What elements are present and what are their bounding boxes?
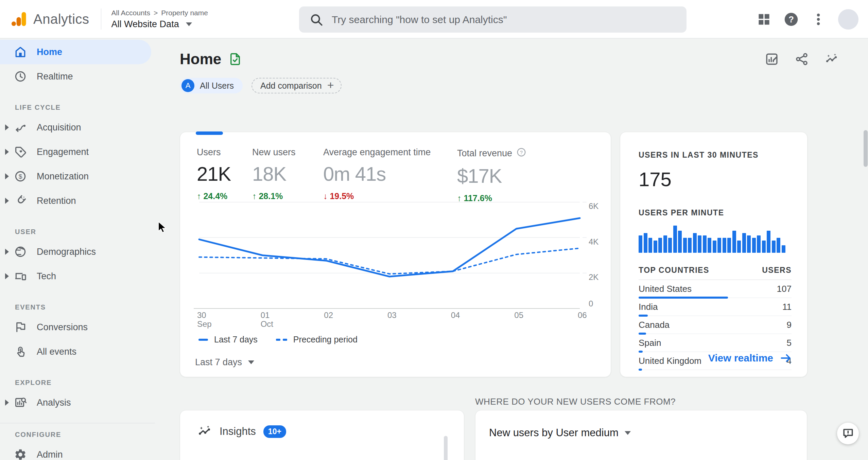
per-minute-bar xyxy=(693,233,697,253)
per-minute-bar xyxy=(648,238,652,253)
analytics-logo[interactable]: Analytics xyxy=(10,10,89,28)
sidebar-item-admin[interactable]: Admin xyxy=(0,442,151,460)
per-minute-bar xyxy=(708,238,711,253)
sidebar-item-all-events[interactable]: All events xyxy=(0,339,151,364)
country-row: United States107 xyxy=(639,280,792,298)
per-minute-bar xyxy=(644,233,647,253)
sidebar-nav: HomeRealtimeLIFE CYCLEAcquisitionEngagem… xyxy=(0,38,155,460)
user-avatar[interactable] xyxy=(838,9,858,30)
segment-chip-all-users[interactable]: A All Users xyxy=(180,78,243,93)
expand-arrow-icon[interactable] xyxy=(0,173,14,179)
legend-label-last7: Last 7 days xyxy=(214,335,258,344)
sidebar-item-label: Conversions xyxy=(37,322,88,333)
country-name: Spain xyxy=(639,338,661,348)
sidebar-item-engagement[interactable]: Engagement xyxy=(0,140,151,164)
sidebar-item-tech[interactable]: Tech xyxy=(0,264,151,288)
search-icon xyxy=(309,13,324,27)
chart-dimension-label: New users by User medium xyxy=(489,427,619,439)
chevron-down-icon xyxy=(186,22,192,26)
customize-report-icon[interactable] xyxy=(765,52,779,66)
sidebar-item-analysis[interactable]: Analysis xyxy=(0,390,151,415)
per-minute-bar xyxy=(663,235,667,253)
chevron-down-icon xyxy=(248,360,254,364)
question-circle-icon[interactable]: ? xyxy=(516,147,526,160)
sidebar-item-label: Home xyxy=(37,47,62,57)
realtime-users-count: 175 xyxy=(639,168,792,191)
help-icon[interactable]: ? xyxy=(784,12,799,27)
svg-text:02: 02 xyxy=(324,311,333,320)
per-minute-bar xyxy=(742,233,746,253)
per-minute-bar xyxy=(782,245,785,253)
expand-arrow-icon[interactable] xyxy=(0,124,14,130)
chart-dimension-selector[interactable]: New users by User medium xyxy=(489,427,807,439)
svg-text:05: 05 xyxy=(514,311,523,320)
country-row: India11 xyxy=(639,298,792,316)
legend-swatch-dashed xyxy=(276,339,287,341)
metric-value: 21K xyxy=(197,162,231,185)
per-minute-bar xyxy=(717,238,721,253)
metric-label: Users xyxy=(197,147,231,158)
svg-text:$: $ xyxy=(19,173,22,180)
users-trend-chart: 02K4K6K30Sep01Oct0203040506 xyxy=(180,197,611,329)
clock-icon xyxy=(14,70,27,83)
legend-swatch-solid xyxy=(198,339,208,341)
global-search[interactable] xyxy=(299,6,687,33)
sidebar-item-monetization[interactable]: $Monetization xyxy=(0,164,151,189)
add-comparison-label: Add comparison xyxy=(260,81,322,91)
nav-section-events: EVENTSConversionsAll events xyxy=(0,299,155,364)
sidebar-item-conversions[interactable]: Conversions xyxy=(0,315,151,339)
sidebar-item-retention[interactable]: Retention xyxy=(0,189,151,213)
svg-text:30: 30 xyxy=(197,311,206,320)
svg-text:Oct: Oct xyxy=(261,319,274,329)
sidebar-item-realtime[interactable]: Realtime xyxy=(0,64,151,89)
country-name: United States xyxy=(639,284,692,294)
view-realtime-link[interactable]: View realtime xyxy=(708,352,792,365)
country-name: India xyxy=(639,302,658,312)
chevron-down-icon xyxy=(625,431,631,435)
insights-sparkline-icon[interactable] xyxy=(824,52,839,66)
insights-title: Insights xyxy=(220,425,256,438)
retention-magnet-icon xyxy=(14,194,27,207)
date-range-selector[interactable]: Last 7 days xyxy=(195,357,254,368)
add-comparison-button[interactable]: Add comparison + xyxy=(251,78,342,93)
sidebar-item-acquisition[interactable]: Acquisition xyxy=(0,115,151,140)
feedback-button[interactable] xyxy=(837,423,859,444)
globe-icon xyxy=(14,245,27,258)
expand-arrow-icon[interactable] xyxy=(0,273,14,279)
account-breadcrumb[interactable]: All Accounts > Property name All Website… xyxy=(111,9,208,30)
realtime-title: USERS IN LAST 30 MINUTES xyxy=(639,151,792,160)
users-header: USERS xyxy=(762,266,792,275)
sidebar-item-label: Analysis xyxy=(37,397,71,408)
per-minute-bar xyxy=(747,235,751,253)
share-icon[interactable] xyxy=(795,52,809,66)
expand-arrow-icon[interactable] xyxy=(0,400,14,406)
per-minute-bar xyxy=(673,226,677,253)
per-minute-bar xyxy=(713,241,716,253)
expand-arrow-icon[interactable] xyxy=(0,249,14,255)
sidebar-item-home[interactable]: Home xyxy=(0,40,151,64)
more-vert-icon[interactable] xyxy=(811,12,826,27)
expand-arrow-icon[interactable] xyxy=(0,198,14,204)
countries-header: TOP COUNTRIES xyxy=(639,266,709,275)
svg-text:04: 04 xyxy=(451,311,460,320)
insights-header: Insights 10+ xyxy=(197,424,464,439)
analytics-logo-icon xyxy=(10,10,28,28)
segment-avatar: A xyxy=(181,79,194,92)
sidebar-item-label: Demographics xyxy=(37,247,96,257)
metric-label: Average engagement time xyxy=(323,147,431,158)
apps-grid-icon[interactable] xyxy=(757,12,771,27)
users-per-minute-label: USERS PER MINUTE xyxy=(639,208,792,217)
per-minute-bar xyxy=(683,238,687,253)
realtime-card: USERS IN LAST 30 MINUTES 175 USERS PER M… xyxy=(620,132,808,377)
sidebar-item-demographics[interactable]: Demographics xyxy=(0,240,151,264)
sidebar-item-label: Tech xyxy=(37,271,56,282)
insights-scrollbar[interactable] xyxy=(444,436,448,460)
gear-icon xyxy=(14,448,27,460)
product-name: Analytics xyxy=(33,12,89,27)
feedback-icon xyxy=(841,427,854,440)
expand-arrow-icon[interactable] xyxy=(0,149,14,155)
search-input[interactable] xyxy=(332,14,676,25)
vertical-scrollbar[interactable] xyxy=(864,130,868,167)
property-selector[interactable]: All Website Data xyxy=(111,19,208,30)
engagement-tag-icon xyxy=(14,145,27,158)
